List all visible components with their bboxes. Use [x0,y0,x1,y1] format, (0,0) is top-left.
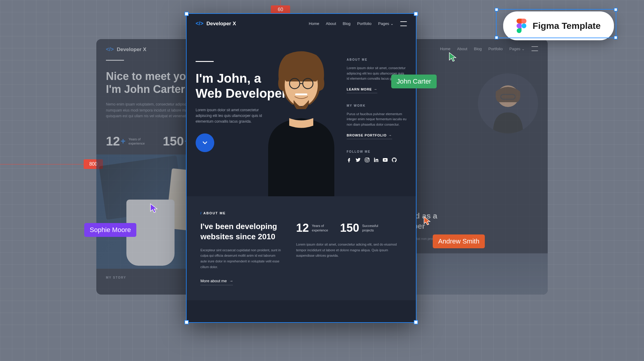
stat-experience: 12 Years ofexperience [296,222,328,234]
cursor-pointer-orange [423,216,432,225]
learn-more-link[interactable]: LEARN MORE → [347,87,377,93]
svg-point-8 [366,159,368,161]
scroll-down-button[interactable] [196,133,214,152]
measurement-line-left [0,164,84,164]
cursor-pointer-green [448,52,457,62]
about-label: / ABOUT ME [200,211,402,215]
chevron-down-icon: ⌄ [390,21,394,26]
about-section: / ABOUT ME I've been developing websites… [186,196,416,300]
stat-projects: 150 Successfulprojects [340,222,378,234]
hero-section: I'm John, a Web Developer Lorem ipsum do… [186,34,416,196]
svg-rect-10 [374,159,375,162]
nav-blog[interactable]: Blog [474,47,482,51]
avatar [478,73,538,133]
code-icon: </> [106,46,114,53]
logo-text: Developer X [206,21,236,27]
nav-links: Home About Blog Portfolio Pages ⌄ [440,46,538,51]
svg-point-9 [368,158,369,159]
figma-badge-text: Figma Template [533,21,601,31]
nav-blog[interactable]: Blog [343,21,351,26]
arrow-right-icon: → [229,279,233,283]
nav-about[interactable]: About [457,47,467,51]
measurement-top: 60 [271,5,290,14]
nav-bar: </> Developer X Home About Blog Portfoli… [186,13,416,34]
cursor-label-andrew: Andrew Smith [433,234,485,248]
stats-row: 12 Years ofexperience 150 Successfulproj… [296,222,402,234]
divider-line [196,61,214,62]
nav-pages[interactable]: Pages ⌄ [509,47,525,51]
hero-portrait [250,46,352,196]
about-title: I've been developing websites since 2010 [200,222,281,242]
nav-about[interactable]: About [326,21,336,26]
about-text: Excepteur sint occaecat cupidatat non pr… [200,247,281,270]
youtube-icon[interactable] [383,158,388,162]
figma-icon [516,19,527,33]
chevron-down-icon: ⌄ [522,47,525,51]
nav-home[interactable]: Home [309,21,319,26]
code-icon: </> [196,20,203,27]
svg-point-11 [374,158,375,159]
divider-line [106,60,124,61]
stat-projects: 150+ [163,134,189,148]
logo[interactable]: </> Developer X [106,46,146,53]
cursor-pointer-purple [150,203,159,213]
logo[interactable]: </> Developer X [196,20,236,27]
stat-experience: 12+ Years ofexperience [106,134,145,148]
svg-point-13 [522,23,526,28]
arrow-right-icon: → [389,133,392,137]
browse-portfolio-link[interactable]: BROWSE PORTFOLIO → [347,133,392,139]
menu-icon[interactable] [400,21,407,26]
linkedin-icon[interactable] [374,158,379,162]
cursor-label-john: John Carter [391,75,437,88]
follow-me-label: FOLLOW ME [347,150,407,153]
github-icon[interactable] [392,158,397,162]
nav-portfolio[interactable]: Portfolio [357,21,372,26]
logo-text: Developer X [117,47,146,53]
menu-icon[interactable] [531,46,538,51]
nav-pages[interactable]: Pages ⌄ [378,21,394,26]
nav-links: Home About Blog Portfolio Pages ⌄ [309,21,407,26]
my-work-text: Purus ut faucibus pulvinar elementum int… [347,112,407,127]
more-about-link[interactable]: More about me → [200,279,233,285]
twitter-icon[interactable] [356,158,361,162]
social-links [347,158,407,162]
template-card-center[interactable]: </> Developer X Home About Blog Portfoli… [186,13,416,323]
chevron-down-icon [202,140,208,146]
figma-template-badge[interactable]: Figma Template [503,11,614,40]
facebook-icon[interactable] [347,158,351,162]
about-right-text: Lorem ipsum dolor sit amet, consectetur … [296,242,402,259]
arrow-right-icon: → [374,87,377,91]
cursor-label-sophie: Sophie Moore [84,223,136,237]
nav-portfolio[interactable]: Portfolio [488,47,503,51]
svg-rect-6 [295,93,307,95]
instagram-icon[interactable] [365,158,370,162]
nav-home[interactable]: Home [440,47,450,51]
about-me-label: ABOUT ME [347,58,407,61]
my-work-label: MY WORK [347,104,407,107]
